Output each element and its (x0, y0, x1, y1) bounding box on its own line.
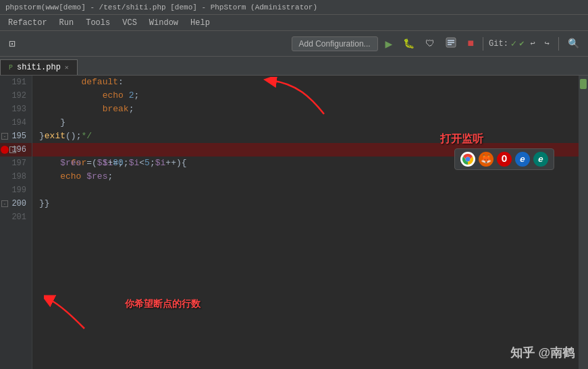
fold-196[interactable]: - (9, 146, 16, 153)
menu-help[interactable]: Help (185, 17, 215, 29)
code-line-199 (32, 183, 579, 197)
code-line-198: echo $res; (32, 170, 579, 183)
edge-icon[interactable]: e (533, 152, 548, 167)
line-num-201: 201 (0, 210, 32, 224)
php-icon: P (9, 64, 13, 72)
menu-vcs[interactable]: VCS (117, 17, 142, 29)
menu-tools[interactable]: Tools (80, 17, 115, 29)
fold-200[interactable]: - (1, 200, 8, 207)
git-checkmark: ✓ (511, 38, 516, 49)
line-num-192: 192 (0, 89, 32, 103)
debug-button[interactable]: 🐛 (400, 36, 418, 51)
menu-bar: Refactor Run Tools VCS Window Help (0, 15, 588, 31)
ie-icon[interactable]: e (515, 152, 530, 167)
code-line-195: }exit();*/ (32, 130, 579, 143)
line-num-199: 199 (0, 183, 32, 197)
line-num-193: 193 (0, 103, 32, 116)
svg-rect-1 (448, 40, 454, 41)
toolbar: ⊡ Add Configuration... ▶ 🐛 🛡 ■ Git: ✓ ✔ … (0, 31, 588, 57)
menu-window[interactable]: Window (144, 17, 184, 29)
toolbar-divider (483, 37, 483, 51)
breakpoint-196 (1, 146, 9, 154)
code-editor[interactable]: default: echo 2; break; } }exit();*/ for… (32, 76, 579, 369)
git-status: Git: ✓ ✔ ↩ ↪ (489, 37, 553, 50)
code-line-200: }} (32, 197, 579, 210)
browser-icons-popup: 🦊 O e e (454, 148, 554, 170)
title-bar: phpstorm(www[demo] - /test/shiti.php [de… (0, 0, 588, 15)
title-text: phpstorm(www[demo] - /test/shiti.php [de… (5, 3, 317, 11)
svg-rect-3 (448, 44, 452, 45)
line-num-195: - 195 (0, 130, 32, 143)
menu-refactor[interactable]: Refactor (3, 17, 53, 29)
tab-label: shiti.php (17, 63, 61, 72)
code-line-193: break; (32, 103, 579, 116)
line-number-gutter: 191 192 193 194 - 195 - 196 197 198 199 … (0, 76, 32, 369)
git-rollback[interactable]: ↩ (527, 37, 539, 50)
code-line-201 (32, 210, 579, 224)
code-line-191: default: (32, 76, 579, 89)
git-forward[interactable]: ↪ (541, 37, 553, 50)
opera-icon[interactable]: O (497, 152, 512, 167)
expand-button[interactable]: ⊡ (5, 36, 19, 52)
tab-close-button[interactable]: ✕ (65, 63, 69, 72)
line-num-197: 197 (0, 157, 32, 170)
run-coverage-button[interactable]: 🛡 (422, 37, 438, 51)
add-configuration-button[interactable]: Add Configuration... (292, 36, 378, 51)
profile-button[interactable] (442, 36, 460, 52)
search-button[interactable]: 🔍 (564, 36, 583, 51)
fold-195[interactable]: - (1, 133, 8, 140)
run-button[interactable]: ▶ (382, 35, 396, 53)
firefox-icon[interactable]: 🦊 (479, 152, 493, 167)
toolbar-divider2 (558, 37, 559, 51)
chrome-icon[interactable] (460, 152, 475, 167)
scrollbar[interactable] (579, 76, 588, 369)
stop-button[interactable]: ■ (464, 36, 477, 51)
line-num-191: 191 (0, 76, 32, 89)
scroll-thumb (580, 79, 587, 89)
editor: 191 192 193 194 - 195 - 196 197 198 199 … (0, 76, 588, 369)
git-check2: ✔ (519, 38, 524, 49)
menu-run[interactable]: Run (54, 17, 80, 29)
svg-point-5 (466, 157, 471, 162)
line-num-200: - 200 (0, 197, 32, 210)
code-line-194: } (32, 116, 579, 130)
line-num-196: - 196 (0, 143, 32, 157)
tab-shiti-php[interactable]: P shiti.php ✕ (0, 59, 78, 75)
tab-bar: P shiti.php ✕ (0, 57, 588, 76)
svg-rect-2 (448, 42, 454, 43)
code-line-192: echo 2; (32, 89, 579, 103)
line-num-194: 194 (0, 116, 32, 130)
line-num-198: 198 (0, 170, 32, 183)
